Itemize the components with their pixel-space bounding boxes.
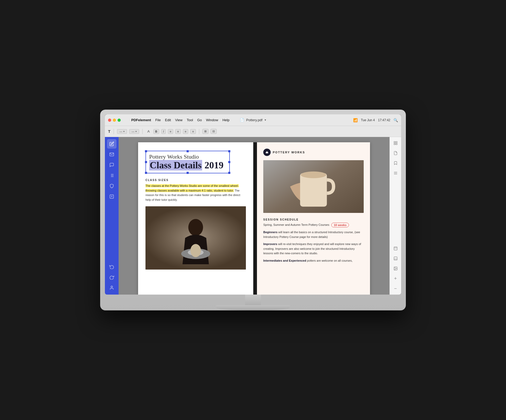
font-dropdown-icon: ▾ (123, 130, 125, 133)
handle-tr (228, 150, 230, 152)
sidebar-item-comment[interactable] (107, 160, 116, 170)
title-box[interactable]: Pottery Works Studio Class Details 2019 (145, 151, 230, 173)
menu-bar: PDFelement File Edit View Tool Go Window… (105, 114, 401, 126)
toolbar-separator-2 (142, 129, 143, 134)
sidebar-item-undo[interactable] (107, 262, 116, 271)
file-icon: 📄 (240, 118, 244, 122)
sidebar-item-forms[interactable] (107, 192, 116, 201)
pottery-wheel-visual (145, 206, 246, 270)
svg-point-17 (266, 151, 267, 152)
stand-base (216, 305, 290, 310)
sidebar-item-mail[interactable] (107, 150, 116, 159)
italic-btn[interactable]: I (161, 129, 166, 134)
highlighted-paragraph: The classes at the Pottery Works Studio … (145, 184, 239, 192)
svg-point-21 (301, 172, 326, 178)
traffic-lights (108, 119, 121, 122)
menu-item-view[interactable]: View (175, 118, 183, 122)
intermediates-label: Intermediates and Experienced (263, 259, 306, 262)
session-subtitle: Spring, Summer and Autumn Term Pottery C… (263, 223, 329, 227)
menu-item-help[interactable]: Help (222, 118, 230, 122)
minimize-button[interactable] (113, 119, 116, 122)
svg-point-15 (191, 244, 201, 257)
handle-top-center (187, 150, 189, 152)
class-sizes-text: The classes at the Pottery Works Studio … (145, 184, 246, 202)
menu-item-app[interactable]: PDFelement (131, 118, 151, 122)
sidebar-item-pencil[interactable] (107, 139, 116, 149)
menu-item-go[interactable]: Go (197, 118, 202, 122)
menu-items: PDFelement File Edit View Tool Go Window… (131, 118, 230, 122)
app-window: T — ▾ — ▾ A B I ≡ ≡ ≡ ≡ ⊞ (105, 126, 401, 295)
monitor-stand (105, 295, 401, 310)
right-layer-icon[interactable] (392, 255, 400, 262)
bold-btn[interactable]: B (153, 129, 159, 134)
right-plus-icon[interactable]: + (392, 275, 400, 282)
more-format-btn-2[interactable]: ⊟ (211, 129, 217, 134)
sidebar-item-user[interactable] (107, 283, 116, 292)
right-grid-icon[interactable] (392, 139, 400, 147)
pdf-right-half: POTTERY WORKS (257, 142, 370, 295)
black-bar (253, 142, 257, 295)
svg-point-9 (111, 286, 113, 287)
text-color-btn[interactable]: A (146, 129, 151, 134)
title-year-value: 2019 (205, 160, 223, 170)
intermediates-text: Intermediates and Experienced potters ar… (263, 258, 364, 263)
svg-point-12 (188, 219, 203, 236)
pottery-mug-photo (263, 160, 364, 213)
svg-rect-25 (396, 143, 397, 145)
more-format-btn-1[interactable]: ⊞ (202, 129, 208, 134)
monitor-outer: PDFelement File Edit View Tool Go Window… (100, 110, 406, 310)
clock: Tue Jun 4 (361, 118, 375, 122)
time: 17:47:42 (378, 118, 390, 122)
right-sidebar: + − (390, 137, 401, 295)
class-sizes-heading: CLASS SIZES (145, 179, 246, 182)
right-image-icon[interactable] (392, 265, 400, 272)
beginners-text: Beginners will learn all the basics on a… (263, 230, 364, 239)
menu-item-file[interactable]: File (155, 118, 161, 122)
mug-visual (263, 160, 364, 213)
pottery-wheel-photo (145, 206, 246, 270)
pdf-left-half: Pottery Works Studio Class Details 2019 … (138, 142, 253, 295)
right-lines-icon[interactable] (392, 169, 400, 177)
toolbar-separator-1 (114, 129, 114, 134)
session-subtitle-row: Spring, Summer and Autumn Term Pottery C… (263, 223, 364, 227)
fullscreen-button[interactable] (118, 119, 121, 122)
search-icon[interactable]: 🔍 (393, 118, 398, 122)
font-size-select[interactable]: — ▾ (129, 129, 139, 134)
menu-bar-center: 📄 Pottery.pdf ▾ (240, 118, 266, 122)
svg-rect-29 (394, 247, 397, 250)
wifi-icon: 📶 (353, 118, 358, 122)
svg-rect-23 (396, 141, 397, 143)
menu-item-edit[interactable]: Edit (165, 118, 171, 122)
right-minus-icon[interactable]: − (392, 285, 400, 292)
pottery-logo: POTTERY WORKS (263, 149, 364, 156)
right-bookmark-icon[interactable] (392, 159, 400, 167)
pdf-page: Pottery Works Studio Class Details 2019 … (138, 142, 370, 295)
align-left-btn[interactable]: ≡ (168, 129, 173, 134)
right-attach-icon[interactable] (392, 245, 400, 252)
justify-btn[interactable]: ≡ (190, 129, 196, 134)
sidebar-item-list[interactable] (107, 171, 116, 180)
toolbar-separator-3 (199, 129, 199, 134)
sidebar-item-redo[interactable] (107, 272, 116, 282)
align-center-btn[interactable]: ≡ (175, 129, 181, 134)
improvers-body: will re-visit techniques they enjoyed an… (263, 242, 361, 255)
logo-circle-icon (263, 149, 271, 156)
logo-text: POTTERY WORKS (273, 151, 305, 154)
svg-point-34 (395, 268, 395, 268)
close-button[interactable] (108, 119, 111, 122)
main-layout: Pottery Works Studio Class Details 2019 … (105, 137, 401, 295)
chevron-down-icon[interactable]: ▾ (265, 118, 266, 122)
align-right-btn[interactable]: ≡ (183, 129, 188, 134)
svg-rect-22 (394, 141, 395, 143)
menu-item-window[interactable]: Window (206, 118, 218, 122)
pdf-title-large: Class Details 2019 (149, 160, 226, 171)
handle-left-center (145, 161, 147, 163)
title-year (202, 160, 205, 170)
right-page-icon[interactable] (392, 149, 400, 157)
sidebar-item-protect[interactable] (107, 181, 116, 191)
menu-item-tool[interactable]: Tool (187, 118, 193, 122)
weeks-badge: 10 weeks (331, 223, 349, 227)
text-tool-icon[interactable]: T (108, 129, 110, 134)
improvers-label: Improvers (263, 242, 277, 246)
font-family-select[interactable]: — ▾ (117, 129, 127, 134)
